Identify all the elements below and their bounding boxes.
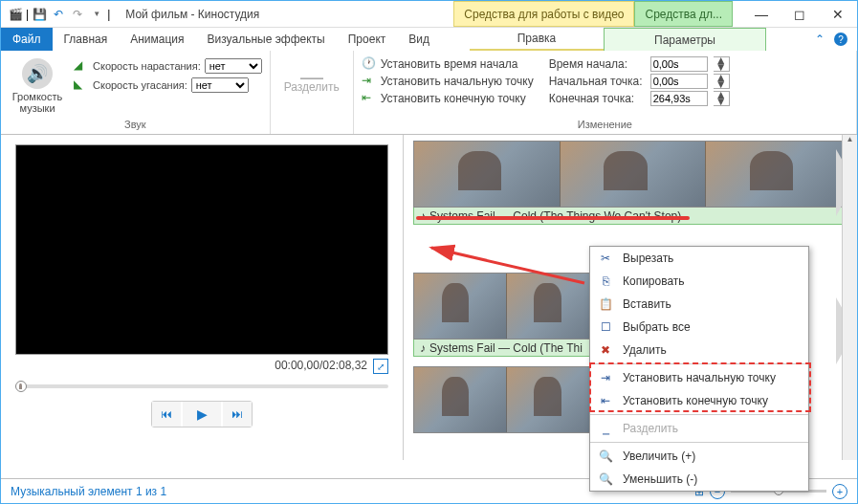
context-tab-video[interactable]: Средства для работы с видео — [453, 1, 634, 27]
split-button[interactable]: ⎯⎯ Разделить — [278, 55, 345, 94]
zoom-out-icon: 🔍 — [598, 472, 613, 486]
maximize-button[interactable]: ◻ — [781, 1, 819, 27]
start-point-spinner[interactable]: ▲▼ — [714, 74, 730, 89]
group-change: 🕐Установить время начала ⇥Установить нач… — [354, 51, 857, 134]
time-start-spinner[interactable]: ▲▼ — [714, 56, 730, 72]
select-all-icon: ☐ — [598, 320, 613, 334]
ctx-zoom-in[interactable]: 🔍Увеличить (+) — [590, 445, 808, 468]
end-point-input[interactable] — [650, 91, 708, 106]
group-sound: 🔊 Громкость музыки ◢ Скорость нарастания… — [1, 51, 271, 134]
undo-icon[interactable]: ↶ — [50, 6, 67, 23]
tab-home[interactable]: Главная — [53, 28, 120, 51]
split-icon: ⎯ — [598, 422, 613, 435]
preview-pane: 00:00,00/02:08,32 ⤢ ⏮ ▶ ⏭ — [1, 135, 403, 460]
video-preview[interactable] — [15, 144, 388, 355]
zoom-in-button[interactable]: + — [832, 484, 847, 499]
help-icon[interactable]: ? — [834, 33, 847, 46]
clip-3[interactable] — [413, 366, 600, 433]
group-split: ⎯⎯ Разделить — [271, 51, 354, 134]
ctx-zoom-out[interactable]: 🔍Уменьшить (-) — [590, 468, 808, 491]
context-tab-music[interactable]: Средства дл... — [634, 1, 733, 27]
end-point-spinner[interactable]: ▲▼ — [714, 91, 730, 106]
play-button[interactable]: ▶ — [183, 402, 221, 427]
audio-track-1[interactable]: ♪Systems Fail — Cold (The Things We Can'… — [413, 208, 853, 225]
tab-file[interactable]: Файл — [1, 28, 53, 51]
playback-time: 00:00,00/02:08,32 — [275, 359, 367, 374]
seek-bar[interactable] — [15, 378, 388, 395]
prev-frame-button[interactable]: ⏮ — [152, 402, 181, 427]
set-start-time-button[interactable]: 🕐Установить время начала — [362, 56, 534, 72]
start-point-input[interactable] — [650, 74, 708, 89]
ctx-split[interactable]: ⎯Разделить — [590, 417, 808, 440]
fadeout-label: Скорость угасания: — [93, 79, 187, 91]
fadeout-select[interactable]: нет — [191, 77, 249, 93]
tab-params[interactable]: Параметры — [604, 28, 766, 51]
ctx-set-start-point[interactable]: ⇥Установить начальную точку — [590, 366, 808, 389]
end-point-icon: ⇤ — [598, 394, 613, 407]
tab-fx[interactable]: Визуальные эффекты — [196, 28, 337, 51]
ctx-copy[interactable]: ⎘Копировать — [590, 270, 808, 293]
time-start-label: Время начала: — [549, 57, 645, 71]
svg-line-0 — [431, 248, 584, 283]
zoom-in-icon: 🔍 — [598, 449, 613, 463]
window-title: Мой фильм - Киностудия — [116, 8, 269, 21]
save-icon[interactable]: 💾 — [31, 6, 48, 23]
ctx-delete[interactable]: ✖Удалить — [590, 339, 808, 362]
fullscreen-icon[interactable]: ⤢ — [373, 359, 388, 374]
qat-dropdown-icon[interactable]: ▼ — [88, 6, 105, 23]
tab-edit[interactable]: Правка — [470, 28, 604, 51]
start-point-icon: ⇥ — [362, 74, 377, 89]
collapse-ribbon-icon[interactable]: ⌃ — [815, 33, 825, 46]
end-point-label: Конечная точка: — [549, 92, 645, 105]
context-menu: ✂Вырезать ⎘Копировать 📋Вставить ☐Выбрать… — [589, 246, 809, 492]
ctx-paste[interactable]: 📋Вставить — [590, 293, 808, 316]
audio-track-2[interactable]: ♪Systems Fail — Cold (The Thi — [413, 340, 600, 357]
tab-animation[interactable]: Анимация — [119, 28, 195, 51]
split-icon: ⎯⎯ — [300, 58, 323, 80]
end-point-icon: ⇤ — [362, 91, 377, 106]
app-icon: 🎬 — [7, 6, 24, 23]
fadein-select[interactable]: нет — [205, 58, 262, 74]
close-button[interactable]: ✕ — [819, 1, 857, 27]
clock-icon: 🕐 — [362, 56, 377, 72]
paste-icon: 📋 — [598, 297, 613, 311]
tab-project[interactable]: Проект — [337, 28, 398, 51]
minimize-button[interactable]: — — [742, 1, 781, 27]
ctx-select-all[interactable]: ☐Выбрать все — [590, 316, 808, 339]
ctx-cut[interactable]: ✂Вырезать — [590, 247, 808, 270]
seek-thumb[interactable] — [15, 381, 27, 392]
annotation-arrow — [412, 240, 604, 288]
tab-view[interactable]: Вид — [397, 28, 441, 51]
fadein-icon: ◢ — [74, 58, 89, 74]
set-end-point-button[interactable]: ⇤Установить конечную точку — [362, 91, 534, 106]
copy-icon: ⎘ — [598, 274, 613, 288]
ribbon: 🔊 Громкость музыки ◢ Скорость нарастания… — [1, 51, 857, 135]
redo-icon[interactable]: ↷ — [69, 6, 86, 23]
transport-controls: ⏮ ▶ ⏭ — [151, 401, 253, 427]
scissors-icon: ✂ — [598, 252, 613, 265]
ctx-set-end-point[interactable]: ⇤Установить конечную точку — [590, 389, 808, 412]
ribbon-tabs: Файл Главная Анимация Визуальные эффекты… — [1, 28, 857, 51]
start-point-label: Начальная точка: — [549, 75, 645, 88]
quick-access-toolbar: 🎬| 💾 ↶ ↷ ▼| — [1, 6, 116, 23]
start-point-icon: ⇥ — [598, 371, 613, 384]
scrollbar-vertical[interactable]: ▲ — [842, 135, 857, 460]
speaker-icon: 🔊 — [22, 58, 53, 89]
fadeout-icon: ◣ — [74, 77, 89, 93]
titlebar: 🎬| 💾 ↶ ↷ ▼| Мой фильм - Киностудия Средс… — [1, 1, 857, 28]
fadein-label: Скорость нарастания: — [93, 60, 201, 72]
next-frame-button[interactable]: ⏭ — [223, 402, 252, 427]
volume-button[interactable]: 🔊 Громкость музыки — [9, 55, 66, 114]
time-start-input[interactable] — [650, 56, 708, 72]
delete-icon: ✖ — [598, 343, 613, 357]
status-text: Музыкальный элемент 1 из 1 — [11, 485, 166, 498]
clip-1[interactable]: ♪Systems Fail — Cold (The Things We Can'… — [413, 141, 853, 225]
set-start-point-button[interactable]: ⇥Установить начальную точку — [362, 74, 534, 89]
